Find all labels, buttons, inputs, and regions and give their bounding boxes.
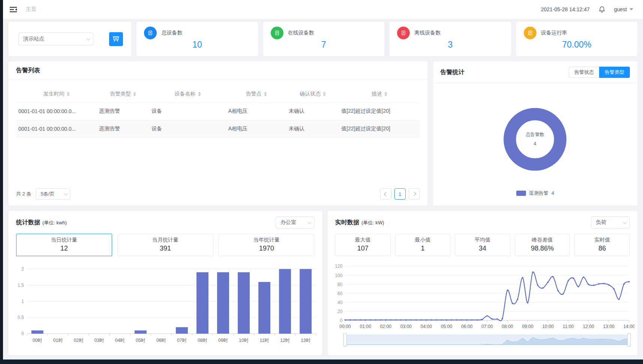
svg-text:12:00: 12:00 (583, 324, 594, 329)
datazoom-handle[interactable] (344, 333, 347, 346)
svg-text:08:00: 08:00 (502, 324, 513, 329)
svg-text:2: 2 (21, 266, 24, 272)
sort-icon[interactable] (67, 92, 70, 96)
page-number-button[interactable]: 1 (394, 188, 406, 200)
breadcrumb[interactable]: 主页 (26, 6, 36, 13)
svg-text:20: 20 (337, 309, 343, 314)
alarm-list-title: 告警列表 (16, 67, 40, 75)
online-devices-icon (271, 27, 283, 39)
alarm-list-panel: 告警列表 发生时间 告警类型 设备名称 告警点 确认状态 描述 (9, 61, 427, 206)
svg-text:10时: 10时 (239, 338, 249, 343)
stat-card-run-rate: 设备运行率 70.00% (516, 22, 637, 56)
column-header-confirm-status[interactable]: 确认状态 (286, 86, 339, 103)
collapsed-sidebar-strip (0, 0, 3, 364)
sort-icon[interactable] (198, 92, 201, 96)
notification-bell-icon[interactable] (598, 6, 606, 13)
stat-card-label: 设备运行率 (541, 30, 567, 36)
svg-text:00:00: 00:00 (339, 324, 351, 329)
username: guest (614, 6, 627, 12)
legend-swatch (516, 191, 526, 196)
bottom-edge-strip (0, 360, 643, 364)
table-header-row: 发生时间 告警类型 设备名称 告警点 确认状态 描述 (16, 86, 420, 103)
alarm-stats-toggle: 告警状态 告警类型 (569, 67, 630, 78)
column-header-device-name[interactable]: 设备名称 (149, 86, 226, 103)
cell-device-name: 设备 (149, 120, 226, 138)
stat-card-value: 10 (144, 40, 250, 50)
sort-icon[interactable] (133, 92, 136, 96)
svg-text:07时: 07时 (177, 338, 187, 343)
datazoom-handle[interactable] (628, 333, 631, 346)
alarm-donut-chart: 总告警数 4 (486, 90, 584, 188)
sort-icon[interactable] (264, 92, 267, 96)
prev-page-button[interactable] (380, 188, 391, 200)
svg-text:0.5: 0.5 (18, 315, 24, 320)
tab-daily-total[interactable]: 当日统计量 12 (16, 234, 112, 256)
statistics-unit: (单位: kwh) (42, 220, 67, 225)
cell-alarm-point: A相电压 (226, 103, 286, 120)
cell-alarm-point: A相电压 (226, 120, 286, 138)
realtime-line-chart[interactable]: 02040608010012000:0001:0002:0003:0004:00… (330, 258, 634, 354)
svg-text:13时: 13时 (301, 338, 310, 343)
realtime-unit: (单位: kW) (361, 220, 384, 225)
column-header-alarm-point[interactable]: 告警点 (226, 86, 286, 103)
top-header: 主页 2021-05-28 14:12:47 guest (3, 0, 643, 19)
stat-max: 最大值107 (335, 234, 391, 256)
daily-bar-chart: 00.511.5200时01时02时03时04时05时06时07时08时09时1… (11, 258, 319, 354)
svg-text:80: 80 (337, 282, 343, 287)
pagination: 共 2 条 5条/页 1 (9, 184, 427, 206)
donut-legend[interactable]: 遥测告警 4 (516, 190, 554, 197)
sort-icon[interactable] (384, 92, 387, 96)
alarm-stats-panel: 告警统计 告警状态 告警类型 总告警数 4 遥测告警 4 (433, 61, 637, 206)
donut-center-label: 总告警数 (526, 132, 544, 137)
load-select[interactable]: 负荷 (591, 216, 630, 228)
sort-icon[interactable] (323, 92, 326, 96)
column-header-occur-time[interactable]: 发生时间 (16, 86, 97, 103)
svg-text:11时: 11时 (260, 338, 269, 343)
main-area: 主页 2021-05-28 14:12:47 guest 演示站点 (3, 0, 643, 360)
stat-avg: 平均值34 (455, 234, 510, 256)
column-header-alarm-type[interactable]: 告警类型 (97, 86, 149, 103)
daily-bar-chart-box: 00.511.5200时01时02时03时04时05时06时07时08时09时1… (9, 256, 322, 355)
stat-card-label: 在线设备数 (288, 30, 314, 36)
svg-text:13:00: 13:00 (603, 324, 615, 329)
stat-card-label: 总设备数 (161, 30, 182, 36)
column-header-description[interactable]: 描述 (339, 86, 420, 103)
table-row[interactable]: 0001-01-01 00:00:00.0... 遥测告警 设备 A相电压 未确… (16, 103, 420, 120)
svg-text:06:00: 06:00 (461, 324, 473, 329)
stat-card-online-devices: 在线设备数 7 (263, 22, 384, 56)
toggle-alarm-type[interactable]: 告警类型 (599, 67, 630, 78)
toggle-alarm-status[interactable]: 告警状态 (569, 67, 599, 78)
stat-realtime: 实时值86 (574, 234, 630, 256)
svg-text:100: 100 (335, 273, 343, 278)
legend-value: 4 (552, 190, 554, 196)
stat-card-value: 7 (271, 40, 377, 50)
svg-text:0: 0 (21, 331, 24, 336)
user-menu[interactable]: guest (614, 6, 633, 12)
stat-card-value: 70.00% (524, 40, 630, 50)
room-select[interactable]: 办公室 (276, 216, 315, 228)
chevron-down-icon (86, 36, 90, 40)
table-row[interactable]: 0001-01-01 00:00:00.0... 遥测告警 设备 A相电压 未确… (16, 120, 420, 138)
tab-yearly-total[interactable]: 当年统计量 1970 (219, 234, 315, 256)
cell-device-name: 设备 (149, 103, 226, 120)
stat-card-label: 离线设备数 (414, 30, 441, 36)
screen-view-button[interactable] (109, 32, 123, 46)
next-page-button[interactable] (409, 188, 420, 200)
svg-text:0: 0 (340, 318, 343, 323)
svg-text:00时: 00时 (33, 338, 42, 343)
stat-min: 最小值1 (395, 234, 451, 256)
tab-monthly-total[interactable]: 当月统计量 391 (117, 234, 213, 256)
alarm-table: 发生时间 告警类型 设备名称 告警点 确认状态 描述 0001-01-01 00… (9, 80, 427, 138)
svg-text:06时: 06时 (156, 338, 166, 343)
alarm-stats-title: 告警统计 (441, 69, 465, 76)
site-selector-card: 演示站点 (9, 22, 131, 56)
svg-text:05:00: 05:00 (441, 324, 453, 329)
statistics-title: 统计数据 (16, 219, 40, 225)
datetime: 2021-05-28 14:12:47 (541, 6, 590, 12)
svg-text:04:00: 04:00 (421, 324, 432, 329)
chevron-down-icon (64, 191, 68, 195)
site-select[interactable]: 演示站点 (18, 33, 93, 45)
page-size-select[interactable]: 5条/页 (36, 188, 70, 200)
menu-fold-icon[interactable] (10, 6, 17, 13)
stat-peak-valley: 峰谷差值98.86% (515, 234, 570, 256)
